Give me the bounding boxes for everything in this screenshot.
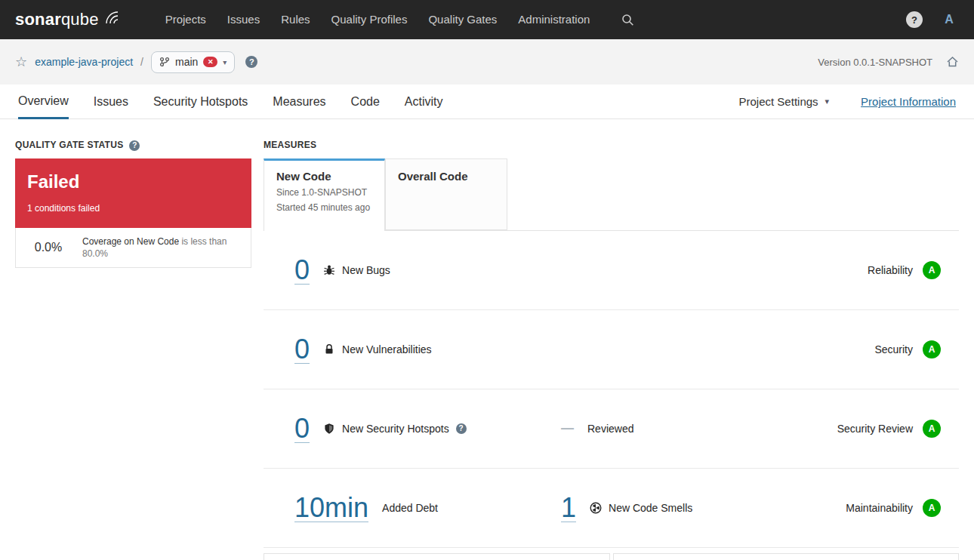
- branch-help-icon[interactable]: ?: [245, 56, 257, 68]
- topnav-right: ? A: [906, 10, 959, 29]
- quality-gate-panel: QUALITY GATE STATUS ? Failed 1 condition…: [15, 140, 251, 268]
- chevron-down-icon: ▾: [825, 97, 830, 106]
- maintainability-rating-badge[interactable]: A: [923, 499, 941, 517]
- measures-rows: 0 New Bugs Reliabi: [264, 230, 959, 548]
- security-label: Security: [874, 343, 913, 355]
- new-code-tab-label: New Code: [276, 170, 372, 183]
- reviewed-label: Reviewed: [587, 423, 633, 435]
- chevron-down-icon: ▾: [223, 58, 227, 66]
- tab-activity[interactable]: Activity: [405, 85, 443, 119]
- homepage-icon[interactable]: [946, 56, 959, 68]
- top-navigation: sonarqube Projects Issues Rules Quality …: [0, 0, 974, 39]
- project-version: Version 0.0.1-SNAPSHOT: [818, 57, 932, 68]
- reliability-label: Reliability: [868, 264, 913, 276]
- new-security-hotspots-count[interactable]: 0: [294, 414, 310, 444]
- measure-row-new-security-hotspots: 0 New Security Hotspots ? — Reviewed: [264, 389, 959, 469]
- quality-gate-status-title: QUALITY GATE STATUS: [15, 140, 123, 150]
- branch-name: main: [175, 56, 198, 68]
- partial-card-right: [613, 553, 960, 560]
- brand-text: sonarqube: [15, 8, 99, 31]
- new-code-smells-label: New Code Smells: [609, 502, 692, 514]
- favorite-star-icon[interactable]: ☆: [15, 55, 27, 69]
- new-bugs-label: New Bugs: [342, 264, 390, 276]
- measure-row-new-bugs: 0 New Bugs Reliabi: [264, 231, 959, 310]
- hotspots-help-icon[interactable]: ?: [456, 423, 467, 434]
- avatar[interactable]: A: [939, 10, 959, 29]
- logo-swoosh-icon: [100, 9, 120, 25]
- brand-sonar: sonar: [15, 10, 61, 29]
- new-bugs-count[interactable]: 0: [294, 256, 310, 285]
- breadcrumb-separator: /: [140, 56, 143, 68]
- breadcrumb-project-link[interactable]: example-java-project: [35, 56, 133, 68]
- lock-icon: [323, 343, 335, 355]
- tab-overall-code[interactable]: Overall Code: [385, 158, 507, 230]
- nav-issues[interactable]: Issues: [217, 0, 270, 39]
- new-code-since: Since 1.0-SNAPSHOT: [276, 188, 372, 198]
- quality-gate-status-card: Failed 1 conditions failed: [15, 158, 251, 228]
- new-code-started: Started 45 minutes ago: [276, 203, 372, 213]
- new-vulnerabilities-label: New Vulnerabilities: [342, 343, 432, 355]
- hotspots-reviewed-group: — Reviewed: [561, 421, 633, 436]
- added-debt-value[interactable]: 10min: [294, 494, 368, 523]
- main-menu: Projects Issues Rules Quality Profiles Q…: [155, 0, 601, 39]
- condition-text: Coverage on New Code is less than 80.0%: [82, 235, 242, 260]
- sonarqube-logo[interactable]: sonarqube: [15, 8, 120, 31]
- measures-tabs: New Code Since 1.0-SNAPSHOT Started 45 m…: [264, 158, 959, 230]
- security-rating-badge[interactable]: A: [923, 340, 941, 358]
- failed-conditions-count: 1 conditions failed: [27, 203, 239, 214]
- question-icon: ?: [911, 14, 917, 26]
- measure-row-new-vulnerabilities: 0 New Vulnerabilities Security A: [264, 310, 959, 389]
- brand-qube: qube: [61, 10, 99, 29]
- quality-gate-help-icon[interactable]: ?: [129, 140, 140, 151]
- measures-panel: MEASURES New Code Since 1.0-SNAPSHOT Sta…: [264, 140, 959, 560]
- measure-row-maintainability: 10min Added Debt 1 New Code S: [264, 469, 959, 548]
- shield-icon: [323, 423, 335, 435]
- code-smell-icon: [590, 502, 602, 514]
- reviewed-value: —: [561, 421, 574, 436]
- nav-administration[interactable]: Administration: [507, 0, 600, 39]
- tab-overview[interactable]: Overview: [18, 85, 69, 119]
- nav-quality-profiles[interactable]: Quality Profiles: [321, 0, 418, 39]
- condition-value: 0.0%: [25, 241, 72, 254]
- nav-projects[interactable]: Projects: [155, 0, 217, 39]
- help-button[interactable]: ?: [906, 11, 923, 28]
- new-vulnerabilities-count[interactable]: 0: [294, 335, 310, 365]
- tab-new-code[interactable]: New Code Since 1.0-SNAPSHOT Started 45 m…: [264, 158, 385, 231]
- project-information-link[interactable]: Project Information: [861, 95, 956, 108]
- tab-measures[interactable]: Measures: [273, 85, 325, 119]
- search-button[interactable]: [621, 14, 634, 26]
- security-review-label: Security Review: [837, 423, 913, 435]
- partial-card-left: [264, 553, 610, 560]
- bug-icon: [323, 264, 335, 276]
- new-code-smells-count[interactable]: 1: [561, 494, 576, 523]
- security-review-rating-badge[interactable]: A: [923, 420, 941, 438]
- project-settings-menu[interactable]: Project Settings ▾: [739, 95, 830, 108]
- next-measure-cards-partial: [264, 553, 959, 560]
- nav-quality-gates[interactable]: Quality Gates: [418, 0, 507, 39]
- reliability-rating-badge[interactable]: A: [923, 261, 941, 279]
- branch-selector[interactable]: main ✕ ▾: [151, 51, 235, 73]
- maintainability-label: Maintainability: [846, 502, 913, 514]
- nav-rules[interactable]: Rules: [270, 0, 320, 39]
- condition-metric: Coverage on New Code: [82, 236, 179, 247]
- breadcrumb: ☆ example-java-project / main ✕ ▾ ? Vers…: [0, 39, 974, 85]
- tab-code[interactable]: Code: [351, 85, 380, 119]
- search-icon: [621, 14, 634, 26]
- home-icon: [946, 56, 959, 68]
- project-tabbar: Overview Issues Security Hotspots Measur…: [0, 85, 974, 119]
- tab-issues[interactable]: Issues: [94, 85, 128, 119]
- overview-content: QUALITY GATE STATUS ? Failed 1 condition…: [0, 119, 974, 560]
- project-settings-label: Project Settings: [739, 95, 818, 108]
- overall-code-tab-label: Overall Code: [398, 170, 495, 183]
- added-debt-label: Added Debt: [382, 502, 438, 514]
- tab-security-hotspots[interactable]: Security Hotspots: [153, 85, 248, 119]
- branch-icon: [159, 57, 170, 67]
- failed-condition-row[interactable]: 0.0% Coverage on New Code is less than 8…: [15, 228, 251, 268]
- new-security-hotspots-label: New Security Hotspots: [342, 423, 449, 435]
- branch-quality-gate-failed-badge: ✕: [203, 57, 217, 67]
- quality-gate-status: Failed: [27, 171, 239, 192]
- measures-title: MEASURES: [264, 140, 316, 150]
